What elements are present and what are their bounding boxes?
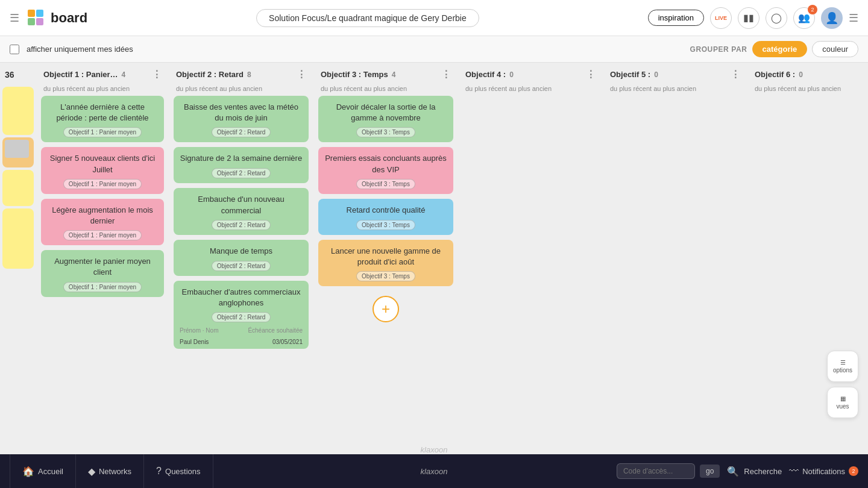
footer-questions-label: Questions — [165, 467, 201, 476]
add-card-obj3-button[interactable]: + — [373, 296, 399, 322]
views-icon: ▦ — [840, 395, 846, 402]
users-badge: 2 — [808, 5, 817, 14]
col-obj4-title: Objectif 4 : — [465, 70, 506, 79]
card-obj2-5[interactable]: Embaucher d'autres commerciaux anglophon… — [174, 281, 309, 349]
col-obj4-count: 0 — [509, 70, 514, 79]
card-obj2-3[interactable]: Embauche d'un nouveau commercial Objecti… — [174, 188, 309, 234]
column-obj2: Objectif 2 : Retard 8 ⋮ du plus récent a… — [169, 63, 313, 454]
col-obj6-count: 0 — [799, 70, 803, 79]
partial-left-column: 36 — [0, 63, 36, 454]
svg-rect-0 — [28, 10, 35, 17]
access-code-input[interactable] — [617, 463, 695, 479]
card-obj2-2[interactable]: Signature de 2 la semaine dernière Objec… — [174, 147, 309, 183]
col-obj4-sort: du plus récent au plus ancien — [463, 85, 598, 96]
column-obj3: Objectif 3 : Temps 4 ⋮ du plus récent au… — [313, 63, 458, 454]
col-obj5-header: Objectif 5 : 0 ⋮ — [608, 63, 743, 85]
col-obj1-menu-icon[interactable]: ⋮ — [152, 69, 162, 80]
col-obj6-header: Objectif 6 : 0 ⋮ — [752, 63, 868, 85]
search-icon: 🔍 — [727, 466, 739, 477]
timer-button[interactable]: ◯ — [766, 7, 787, 29]
go-button[interactable]: go — [700, 465, 720, 478]
card-obj3-2[interactable]: Premiers essais concluants auprès des VI… — [318, 147, 453, 193]
col-obj4-menu-icon[interactable]: ⋮ — [586, 69, 596, 80]
footer: 🏠 Accueil ◆ Networks ? Questions klaxoon… — [0, 454, 868, 488]
col-obj4-cards — [463, 96, 598, 454]
notif-wave-icon: 〰 — [789, 466, 799, 477]
title-pill: Solution Focus/Le quadrant magique de Ge… — [95, 9, 641, 27]
filter-bar: afficher uniquement mes idées GROUPER PA… — [0, 36, 868, 63]
col-obj3-sort: du plus récent au plus ancien — [318, 85, 453, 96]
board-title[interactable]: Solution Focus/Le quadrant magique de Ge… — [256, 9, 479, 27]
col-obj2-count: 8 — [247, 70, 251, 79]
top-right-controls: inspiration LIVE ▮▮ ◯ 👥 2 👤 ☰ — [648, 7, 858, 29]
footer-home[interactable]: 🏠 Accueil — [10, 454, 76, 488]
col-obj2-menu-icon[interactable]: ⋮ — [297, 69, 306, 80]
footer-brand-text: klaxoon — [421, 467, 448, 476]
card-obj2-5-form: Prénom · Nom Échéance souhaitée — [180, 327, 303, 334]
col-obj1-count: 4 — [122, 70, 126, 79]
options-label: options — [833, 367, 852, 374]
footer-questions[interactable]: ? Questions — [144, 454, 213, 488]
category-group-button[interactable]: catégorie — [752, 41, 808, 57]
card-obj2-4[interactable]: Manque de temps Objectif 2 : Retard — [174, 240, 309, 276]
col-obj6-sort: du plus récent au plus ancien — [752, 85, 868, 96]
inspiration-button[interactable]: inspiration — [648, 10, 704, 26]
footer-notifications[interactable]: 〰 Notifications 2 — [789, 466, 858, 477]
footer-networks[interactable]: ◆ Networks — [76, 454, 144, 488]
card-obj3-3[interactable]: Retard contrôle qualité Objectif 3 : Tem… — [318, 199, 453, 235]
search-label[interactable]: Recherche — [744, 467, 782, 476]
col-obj5-sort: du plus récent au plus ancien — [608, 85, 743, 96]
partial-card-1[interactable] — [2, 87, 34, 135]
footer-right: go 🔍 Recherche 〰 Notifications 2 — [617, 463, 858, 479]
col-obj2-sort: du plus récent au plus ancien — [174, 85, 309, 96]
card-obj3-1[interactable]: Devoir décaler la sortie de la gamme à n… — [318, 96, 453, 142]
color-group-button[interactable]: couleur — [812, 41, 858, 57]
col-obj4-header: Objectif 4 : 0 ⋮ — [463, 63, 598, 85]
group-by-section: GROUPER PAR catégorie couleur — [690, 41, 858, 57]
views-button[interactable]: ▦ vues — [827, 387, 858, 418]
live-button[interactable]: LIVE — [710, 7, 732, 29]
top-bar: ☰ board Solution Focus/Le quadrant magiq… — [0, 0, 868, 36]
notifications-label: Notifications — [802, 467, 845, 476]
card-obj1-1[interactable]: L'année dernière à cette période : perte… — [41, 96, 164, 142]
column-obj5: Objectif 5 : 0 ⋮ du plus récent au plus … — [603, 63, 747, 454]
col-obj5-cards — [608, 96, 743, 454]
footer-networks-label: Networks — [99, 467, 131, 476]
logo-icon — [27, 8, 46, 28]
card-obj1-2[interactable]: Signer 5 nouveaux clients d'ici Juillet … — [41, 147, 164, 193]
column-obj4: Objectif 4 : 0 ⋮ du plus récent au plus … — [458, 63, 603, 454]
my-ideas-checkbox[interactable] — [10, 45, 19, 54]
svg-rect-2 — [28, 18, 35, 25]
footer-search-section: 🔍 Recherche — [727, 466, 782, 477]
partial-card-3[interactable] — [2, 170, 34, 206]
col-obj5-menu-icon[interactable]: ⋮ — [731, 69, 740, 80]
col-obj3-menu-icon[interactable]: ⋮ — [441, 69, 451, 80]
footer-brand: klaxoon — [421, 466, 448, 477]
footer-home-label: Accueil — [38, 467, 63, 476]
col-obj3-cards: Devoir décaler la sortie de la gamme à n… — [318, 96, 453, 454]
networks-icon: ◆ — [88, 466, 95, 477]
menu-icon[interactable]: ☰ — [10, 11, 19, 25]
card-obj3-4[interactable]: Lancer une nouvelle gamme de produit d'i… — [318, 240, 453, 286]
card-obj1-4[interactable]: Augmenter le panier moyen client Objecti… — [41, 250, 164, 296]
col-obj5-title: Objectif 5 : — [610, 70, 650, 79]
card-obj2-1[interactable]: Baisse des ventes avec la météo du mois … — [174, 96, 309, 142]
col-obj3-header: Objectif 3 : Temps 4 ⋮ — [318, 63, 453, 85]
partial-card-2[interactable] — [2, 137, 34, 167]
pause-button[interactable]: ▮▮ — [738, 7, 760, 29]
options-button[interactable]: ☰ options — [827, 351, 858, 382]
profile-menu-icon[interactable]: ☰ — [849, 11, 858, 25]
col-obj1-header: Objectif 1 : Panier… 4 ⋮ — [41, 63, 164, 85]
card-obj1-3[interactable]: Légère augmentation le mois dernier Obje… — [41, 199, 164, 245]
options-icon: ☰ — [840, 359, 846, 366]
logo-text: board — [51, 10, 87, 26]
views-label: vues — [836, 403, 849, 410]
partial-card-4[interactable] — [2, 208, 34, 269]
col-obj1-title: Objectif 1 : Panier… — [43, 70, 118, 79]
logo-area: board — [27, 8, 87, 28]
svg-rect-3 — [36, 18, 43, 25]
profile-avatar[interactable]: 👤 — [821, 7, 843, 29]
col-obj2-cards: Baisse des ventes avec la météo du mois … — [174, 96, 309, 454]
side-buttons: ☰ options ▦ vues — [827, 351, 858, 418]
svg-rect-1 — [36, 10, 43, 17]
